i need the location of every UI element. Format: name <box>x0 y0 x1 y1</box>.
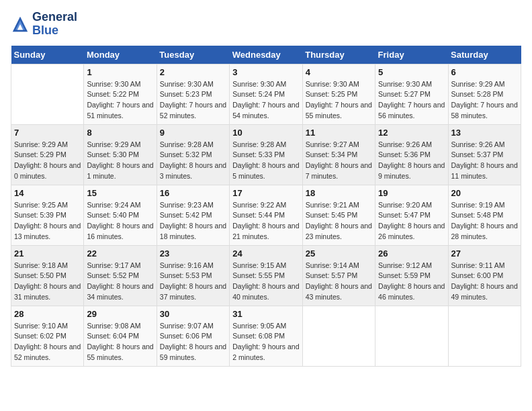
day-number: 14 <box>14 188 81 198</box>
day-info: Sunrise: 9:11 AMSunset: 6:00 PMDaylight:… <box>451 261 518 303</box>
calendar-cell: 2Sunrise: 9:30 AMSunset: 5:23 PMDaylight… <box>157 64 229 124</box>
calendar-header: SundayMondayTuesdayWednesdayThursdayFrid… <box>11 46 521 64</box>
calendar-cell <box>375 306 448 366</box>
day-info: Sunrise: 9:21 AMSunset: 5:45 PMDaylight:… <box>306 200 372 242</box>
calendar-cell: 28Sunrise: 9:10 AMSunset: 6:02 PMDayligh… <box>11 306 84 366</box>
day-number: 6 <box>451 67 518 77</box>
calendar-cell: 24Sunrise: 9:15 AMSunset: 5:55 PMDayligh… <box>230 245 302 306</box>
day-number: 21 <box>14 248 81 259</box>
calendar-week-row: 28Sunrise: 9:10 AMSunset: 6:02 PMDayligh… <box>11 306 521 366</box>
calendar-cell: 30Sunrise: 9:07 AMSunset: 6:06 PMDayligh… <box>157 306 229 366</box>
day-number: 27 <box>451 248 518 259</box>
day-info: Sunrise: 9:25 AMSunset: 5:39 PMDaylight:… <box>14 200 81 242</box>
day-number: 20 <box>451 188 518 198</box>
day-info: Sunrise: 9:28 AMSunset: 5:33 PMDaylight:… <box>232 140 299 182</box>
calendar-cell: 18Sunrise: 9:21 AMSunset: 5:45 PMDayligh… <box>302 185 375 245</box>
day-info: Sunrise: 9:19 AMSunset: 5:48 PMDaylight:… <box>451 200 518 242</box>
day-info: Sunrise: 9:29 AMSunset: 5:28 PMDaylight:… <box>451 79 518 122</box>
calendar-cell: 13Sunrise: 9:26 AMSunset: 5:37 PMDayligh… <box>448 124 521 185</box>
logo-icon <box>11 15 30 34</box>
calendar-body: 1Sunrise: 9:30 AMSunset: 5:22 PMDaylight… <box>11 64 521 366</box>
day-number: 28 <box>14 309 81 319</box>
day-number: 9 <box>160 128 226 138</box>
calendar-cell: 6Sunrise: 9:29 AMSunset: 5:28 PMDaylight… <box>448 64 521 124</box>
day-info: Sunrise: 9:26 AMSunset: 5:37 PMDaylight:… <box>451 140 518 182</box>
calendar-cell <box>11 64 84 124</box>
calendar-cell: 10Sunrise: 9:28 AMSunset: 5:33 PMDayligh… <box>230 124 302 185</box>
calendar-cell <box>302 306 375 366</box>
weekday-header: Thursday <box>302 46 375 64</box>
day-number: 24 <box>232 248 299 259</box>
calendar-cell: 23Sunrise: 9:16 AMSunset: 5:53 PMDayligh… <box>157 245 229 306</box>
calendar-cell: 16Sunrise: 9:23 AMSunset: 5:42 PMDayligh… <box>157 185 229 245</box>
day-number: 5 <box>378 67 445 77</box>
day-info: Sunrise: 9:30 AMSunset: 5:25 PMDaylight:… <box>306 79 372 122</box>
calendar-cell: 3Sunrise: 9:30 AMSunset: 5:24 PMDaylight… <box>230 64 302 124</box>
calendar-cell: 17Sunrise: 9:22 AMSunset: 5:44 PMDayligh… <box>230 185 302 245</box>
day-info: Sunrise: 9:30 AMSunset: 5:22 PMDaylight:… <box>87 79 153 122</box>
calendar-cell: 27Sunrise: 9:11 AMSunset: 6:00 PMDayligh… <box>448 245 521 306</box>
weekday-header: Saturday <box>448 46 521 64</box>
calendar-cell: 25Sunrise: 9:14 AMSunset: 5:57 PMDayligh… <box>302 245 375 306</box>
header: General Blue <box>11 11 521 38</box>
day-info: Sunrise: 9:23 AMSunset: 5:42 PMDaylight:… <box>160 200 226 242</box>
day-number: 7 <box>14 128 81 138</box>
day-info: Sunrise: 9:07 AMSunset: 6:06 PMDaylight:… <box>160 321 226 363</box>
day-number: 30 <box>160 309 226 319</box>
day-number: 3 <box>232 67 299 77</box>
day-number: 17 <box>232 188 299 198</box>
weekday-header: Friday <box>375 46 448 64</box>
day-info: Sunrise: 9:14 AMSunset: 5:57 PMDaylight:… <box>306 261 372 303</box>
weekday-row: SundayMondayTuesdayWednesdayThursdayFrid… <box>11 46 521 64</box>
day-number: 18 <box>306 188 372 198</box>
calendar-week-row: 7Sunrise: 9:29 AMSunset: 5:29 PMDaylight… <box>11 124 521 185</box>
day-number: 16 <box>160 188 226 198</box>
weekday-header: Tuesday <box>157 46 229 64</box>
day-info: Sunrise: 9:15 AMSunset: 5:55 PMDaylight:… <box>232 261 299 303</box>
calendar-cell: 9Sunrise: 9:28 AMSunset: 5:32 PMDaylight… <box>157 124 229 185</box>
day-number: 8 <box>87 128 153 138</box>
day-info: Sunrise: 9:18 AMSunset: 5:50 PMDaylight:… <box>14 261 81 303</box>
calendar-week-row: 14Sunrise: 9:25 AMSunset: 5:39 PMDayligh… <box>11 185 521 245</box>
day-info: Sunrise: 9:30 AMSunset: 5:27 PMDaylight:… <box>378 79 445 122</box>
calendar-cell: 5Sunrise: 9:30 AMSunset: 5:27 PMDaylight… <box>375 64 448 124</box>
day-info: Sunrise: 9:10 AMSunset: 6:02 PMDaylight:… <box>14 321 81 363</box>
day-info: Sunrise: 9:30 AMSunset: 5:24 PMDaylight:… <box>232 79 299 122</box>
day-number: 13 <box>451 128 518 138</box>
day-number: 26 <box>378 248 445 259</box>
calendar-cell: 1Sunrise: 9:30 AMSunset: 5:22 PMDaylight… <box>84 64 157 124</box>
day-info: Sunrise: 9:24 AMSunset: 5:40 PMDaylight:… <box>87 200 153 242</box>
day-info: Sunrise: 9:05 AMSunset: 6:08 PMDaylight:… <box>232 321 299 363</box>
calendar-cell: 11Sunrise: 9:27 AMSunset: 5:34 PMDayligh… <box>302 124 375 185</box>
day-info: Sunrise: 9:26 AMSunset: 5:36 PMDaylight:… <box>378 140 445 182</box>
day-number: 12 <box>378 128 445 138</box>
day-number: 19 <box>378 188 445 198</box>
day-info: Sunrise: 9:29 AMSunset: 5:29 PMDaylight:… <box>14 140 81 182</box>
day-info: Sunrise: 9:30 AMSunset: 5:23 PMDaylight:… <box>160 79 226 122</box>
day-number: 15 <box>87 188 153 198</box>
calendar-cell: 22Sunrise: 9:17 AMSunset: 5:52 PMDayligh… <box>84 245 157 306</box>
day-number: 10 <box>232 128 299 138</box>
day-number: 23 <box>160 248 226 259</box>
day-number: 31 <box>232 309 299 319</box>
day-info: Sunrise: 9:16 AMSunset: 5:53 PMDaylight:… <box>160 261 226 303</box>
calendar-cell: 12Sunrise: 9:26 AMSunset: 5:36 PMDayligh… <box>375 124 448 185</box>
calendar-cell <box>448 306 521 366</box>
weekday-header: Wednesday <box>230 46 302 64</box>
day-info: Sunrise: 9:27 AMSunset: 5:34 PMDaylight:… <box>306 140 372 182</box>
day-info: Sunrise: 9:17 AMSunset: 5:52 PMDaylight:… <box>87 261 153 303</box>
calendar-cell: 29Sunrise: 9:08 AMSunset: 6:04 PMDayligh… <box>84 306 157 366</box>
calendar-cell: 7Sunrise: 9:29 AMSunset: 5:29 PMDaylight… <box>11 124 84 185</box>
weekday-header: Monday <box>84 46 157 64</box>
calendar-cell: 14Sunrise: 9:25 AMSunset: 5:39 PMDayligh… <box>11 185 84 245</box>
weekday-header: Sunday <box>11 46 84 64</box>
calendar-table: SundayMondayTuesdayWednesdayThursdayFrid… <box>11 46 521 367</box>
day-number: 22 <box>87 248 153 259</box>
calendar-week-row: 21Sunrise: 9:18 AMSunset: 5:50 PMDayligh… <box>11 245 521 306</box>
calendar-cell: 20Sunrise: 9:19 AMSunset: 5:48 PMDayligh… <box>448 185 521 245</box>
calendar-cell: 4Sunrise: 9:30 AMSunset: 5:25 PMDaylight… <box>302 64 375 124</box>
calendar-cell: 8Sunrise: 9:29 AMSunset: 5:30 PMDaylight… <box>84 124 157 185</box>
day-info: Sunrise: 9:28 AMSunset: 5:32 PMDaylight:… <box>160 140 226 182</box>
day-number: 11 <box>306 128 372 138</box>
logo-text: General Blue <box>32 11 77 38</box>
